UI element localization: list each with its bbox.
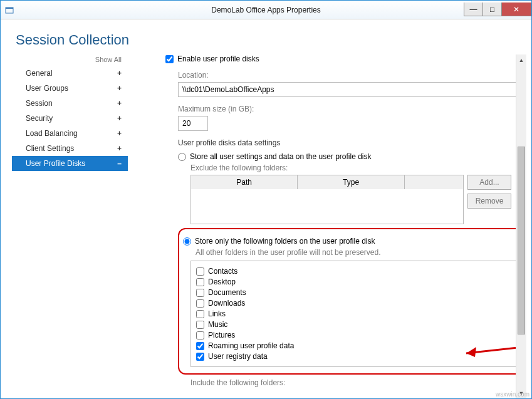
store-all-label[interactable]: Store all user settings and data on the …: [190, 152, 372, 161]
store-only-radio[interactable]: [183, 237, 191, 246]
folder-checkbox-music[interactable]: [196, 321, 204, 329]
folder-checkbox-contacts[interactable]: [196, 267, 204, 276]
store-all-radio[interactable]: [178, 153, 186, 161]
folder-row: Downloads: [196, 299, 517, 308]
exclude-folders-label: Exclude the following folders:: [190, 163, 511, 172]
sidebar-item-label: Security: [26, 114, 53, 123]
sidebar-item-label: Load Balancing: [26, 129, 78, 138]
window-icon: [4, 5, 14, 15]
enable-profile-disks-label[interactable]: Enable user profile disks: [177, 54, 259, 63]
folder-label[interactable]: Pictures: [208, 331, 235, 339]
folder-label[interactable]: Music: [208, 320, 227, 329]
expand-icon: +: [117, 114, 122, 123]
folder-row: Roaming user profile data: [196, 341, 517, 350]
close-button[interactable]: ✕: [501, 3, 531, 16]
folder-label[interactable]: Roaming user profile data: [208, 341, 294, 350]
folder-checkbox-links[interactable]: [196, 310, 204, 318]
exclude-table: Path Type: [190, 175, 464, 224]
col-path[interactable]: Path: [191, 175, 298, 189]
table-body: [191, 189, 463, 224]
folder-row: Music: [196, 320, 517, 329]
sidebar-item-label: General: [26, 69, 53, 78]
sidebar-item-label: Client Settings: [26, 144, 74, 153]
sidebar-item-label: User Groups: [26, 84, 68, 93]
expand-icon: +: [117, 84, 122, 93]
sidebar-item-general[interactable]: General+: [12, 66, 128, 81]
minimize-button[interactable]: —: [464, 3, 482, 16]
folder-label[interactable]: Links: [208, 309, 226, 318]
folder-label[interactable]: Desktop: [208, 277, 236, 286]
scroll-thumb[interactable]: [518, 147, 525, 334]
location-input[interactable]: [178, 82, 523, 97]
expand-icon: +: [117, 144, 122, 153]
watermark: wsxwin.com: [496, 391, 529, 398]
sidebar-item-label: Session: [26, 99, 53, 108]
sidebar-item-user-groups[interactable]: User Groups+: [12, 81, 128, 96]
content-panel: Enable user profile disks Location: Maxi…: [128, 54, 526, 398]
sidebar-item-client-settings[interactable]: Client Settings+: [12, 141, 128, 156]
folder-checkbox-pictures[interactable]: [196, 331, 204, 339]
expand-icon: +: [117, 99, 122, 108]
sidebar-item-user-profile-disks[interactable]: User Profile Disks–: [12, 156, 128, 171]
expand-icon: +: [117, 129, 122, 138]
titlebar: DemoLab Office Apps Properties — □ ✕: [1, 1, 531, 19]
sidebar: Show All General+User Groups+Session+Sec…: [12, 54, 128, 398]
folder-checkbox-desktop[interactable]: [196, 278, 204, 286]
col-type[interactable]: Type: [298, 175, 404, 189]
show-all-link[interactable]: Show All: [12, 54, 128, 66]
folder-row: Links: [196, 309, 517, 318]
maximize-button[interactable]: □: [482, 3, 501, 16]
location-label: Location:: [178, 71, 511, 80]
window-title: DemoLab Office Apps Properties: [1, 6, 531, 14]
folder-label[interactable]: Documents: [208, 288, 246, 297]
sidebar-item-session[interactable]: Session+: [12, 96, 128, 111]
include-folders-label: Include the following folders:: [190, 378, 511, 387]
collapse-icon: –: [117, 159, 122, 168]
folder-list: ContactsDesktopDocumentsDownloadsLinksMu…: [190, 261, 523, 367]
folder-label[interactable]: Contacts: [208, 267, 237, 276]
col-blank: [405, 175, 463, 189]
vertical-scrollbar[interactable]: ▲ ▼: [516, 54, 526, 398]
scroll-up-icon[interactable]: ▲: [516, 54, 526, 65]
expand-icon: +: [117, 69, 122, 78]
folder-label[interactable]: User registry data: [208, 352, 268, 361]
highlight-annotation: Store only the following folders on the …: [178, 228, 526, 375]
max-size-input[interactable]: [178, 116, 208, 131]
enable-profile-disks-checkbox[interactable]: [165, 55, 174, 63]
sidebar-item-security[interactable]: Security+: [12, 111, 128, 126]
folder-row: Documents: [196, 288, 517, 297]
sidebar-item-label: User Profile Disks: [26, 159, 85, 168]
remove-button[interactable]: Remove: [467, 194, 511, 209]
svg-rect-1: [6, 8, 13, 9]
folder-label[interactable]: Downloads: [208, 299, 245, 308]
folder-row: User registry data: [196, 352, 517, 361]
folder-row: Contacts: [196, 267, 517, 276]
folder-checkbox-roaming-user-profile-data[interactable]: [196, 342, 204, 350]
max-size-label: Maximum size (in GB):: [178, 105, 511, 113]
store-only-label[interactable]: Store only the following folders on the …: [195, 237, 375, 246]
folder-row: Pictures: [196, 331, 517, 339]
folder-checkbox-user-registry-data[interactable]: [196, 353, 204, 361]
page-title: Session Collection: [16, 32, 526, 48]
folder-row: Desktop: [196, 277, 517, 286]
window-root: DemoLab Office Apps Properties — □ ✕ Ses…: [0, 0, 532, 399]
folder-checkbox-downloads[interactable]: [196, 299, 204, 308]
add-button[interactable]: Add...: [467, 175, 511, 190]
store-only-note: All other folders in the user profile wi…: [196, 248, 526, 257]
folder-checkbox-documents[interactable]: [196, 289, 204, 297]
data-settings-header: User profile disks data settings: [178, 138, 511, 147]
window-controls: — □ ✕: [464, 3, 531, 16]
sidebar-item-load-balancing[interactable]: Load Balancing+: [12, 126, 128, 141]
